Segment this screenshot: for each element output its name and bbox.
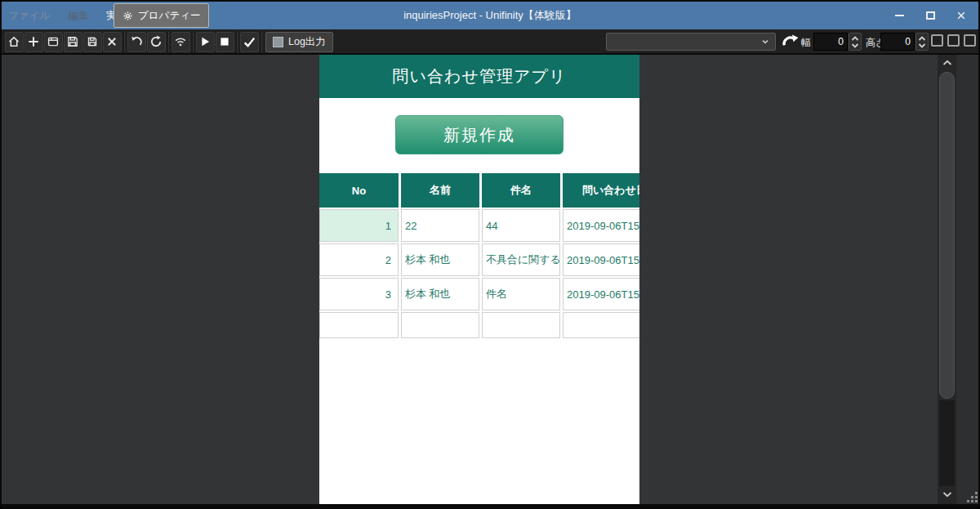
column-header-subject: 件名 bbox=[482, 173, 560, 208]
cell-name[interactable]: 杉本 和也 bbox=[401, 278, 479, 310]
wifi-icon bbox=[174, 35, 187, 48]
window-bottom-border bbox=[0, 504, 980, 509]
height-spinner[interactable] bbox=[915, 33, 929, 51]
plus-icon bbox=[27, 35, 40, 48]
undo-icon bbox=[130, 35, 143, 48]
width-input[interactable] bbox=[813, 33, 848, 51]
cell-subject[interactable] bbox=[482, 312, 560, 338]
menu-file[interactable]: ファイル bbox=[8, 9, 50, 23]
right-edge-strip bbox=[956, 55, 978, 504]
gear-icon bbox=[122, 11, 133, 21]
save-button[interactable] bbox=[64, 32, 82, 52]
table-row: 1 22 44 2019-09-06T15: bbox=[319, 209, 639, 242]
chevron-up-icon bbox=[918, 36, 926, 42]
close-project-button[interactable] bbox=[103, 32, 122, 52]
close-button[interactable] bbox=[952, 7, 970, 24]
window-controls bbox=[890, 2, 970, 29]
layout-buttons bbox=[931, 34, 976, 47]
table-row: 3 杉本 和也 件名 2019-09-06T15: bbox=[319, 278, 639, 310]
log-output-label: Log出力 bbox=[288, 35, 326, 49]
cell-no[interactable]: 2 bbox=[319, 243, 399, 276]
stop-icon bbox=[218, 35, 231, 48]
open-project-button[interactable] bbox=[44, 32, 63, 52]
scrollbar-thumb[interactable] bbox=[939, 72, 955, 399]
menu-edit[interactable]: 編集 bbox=[68, 9, 88, 23]
cell-date[interactable]: 2019-09-06T15: bbox=[563, 209, 639, 242]
width-spinner[interactable] bbox=[849, 33, 862, 51]
vertical-scrollbar[interactable] bbox=[938, 55, 956, 504]
chevron-up-icon bbox=[851, 36, 859, 42]
rotate-button[interactable] bbox=[782, 33, 800, 50]
inquiries-table: No 名前 件名 問い合わせ日付 1 22 44 2019-09-06T15: … bbox=[319, 173, 639, 338]
home-button[interactable] bbox=[5, 32, 24, 52]
scrollbar-track[interactable] bbox=[939, 400, 955, 486]
titlebar: ファイル 編集 実行 プロパティー inquiriesProject - Uni… bbox=[2, 2, 978, 29]
window-icon bbox=[47, 35, 60, 48]
chevron-down-icon bbox=[918, 42, 926, 48]
cell-name[interactable] bbox=[401, 312, 479, 338]
refresh-button[interactable] bbox=[147, 32, 166, 52]
column-header-no: No bbox=[319, 173, 399, 208]
undo-button[interactable] bbox=[127, 32, 146, 52]
cell-name[interactable]: 22 bbox=[401, 209, 479, 242]
maximize-icon bbox=[926, 11, 935, 20]
minimize-button[interactable] bbox=[890, 7, 908, 24]
app-header: 問い合わせ管理アプリ bbox=[319, 55, 639, 98]
cell-date[interactable]: 2019-09-06T15: bbox=[563, 278, 639, 310]
check-icon bbox=[243, 35, 256, 49]
layout-square-icon[interactable] bbox=[947, 34, 960, 47]
column-header-name: 名前 bbox=[401, 173, 479, 208]
wireless-button[interactable] bbox=[172, 32, 190, 52]
chevron-down-icon bbox=[851, 42, 859, 48]
design-canvas[interactable]: 問い合わせ管理アプリ 新規作成 No 名前 件名 問い合わせ日付 1 22 44… bbox=[2, 55, 938, 504]
toolbar: Log出力 幅 高さ bbox=[2, 29, 978, 54]
close-icon bbox=[956, 11, 966, 20]
chevron-down-icon bbox=[942, 491, 952, 498]
toolbar-separator bbox=[167, 32, 169, 52]
play-icon bbox=[198, 35, 212, 48]
height-input[interactable] bbox=[880, 33, 915, 51]
chevron-down-icon bbox=[760, 37, 770, 47]
cell-no[interactable]: 3 bbox=[319, 278, 399, 310]
cell-date[interactable] bbox=[563, 312, 639, 338]
log-output-checkbox[interactable] bbox=[273, 37, 283, 47]
save-icon bbox=[66, 35, 79, 48]
app-preview: 問い合わせ管理アプリ 新規作成 No 名前 件名 問い合わせ日付 1 22 44… bbox=[319, 55, 639, 504]
cell-date[interactable]: 2019-09-06T15: bbox=[563, 243, 639, 276]
column-header-date: 問い合わせ日付 bbox=[563, 173, 639, 208]
table-header-row: No 名前 件名 問い合わせ日付 bbox=[319, 173, 639, 208]
save-all-button[interactable] bbox=[83, 32, 102, 52]
cell-name[interactable]: 杉本 和也 bbox=[401, 243, 479, 276]
cell-no[interactable]: 1 bbox=[319, 209, 399, 242]
toolbar-separator bbox=[192, 32, 194, 52]
menubar: ファイル 編集 実行 bbox=[8, 2, 127, 29]
x-icon bbox=[106, 36, 118, 47]
app-title: 問い合わせ管理アプリ bbox=[393, 65, 567, 87]
cell-subject[interactable]: 44 bbox=[482, 209, 560, 242]
properties-button[interactable]: プロパティー bbox=[114, 3, 209, 28]
minimize-icon bbox=[895, 15, 904, 16]
cell-subject[interactable]: 不具合に関する bbox=[482, 243, 560, 276]
add-button[interactable] bbox=[24, 32, 43, 52]
device-combobox[interactable] bbox=[606, 33, 776, 51]
rotate-icon bbox=[782, 33, 800, 50]
log-output-toggle[interactable]: Log出力 bbox=[265, 32, 333, 52]
refresh-icon bbox=[149, 35, 163, 48]
maximize-button[interactable] bbox=[921, 7, 939, 24]
cell-subject[interactable]: 件名 bbox=[482, 278, 560, 310]
scroll-down-button[interactable] bbox=[938, 486, 956, 502]
home-icon bbox=[7, 35, 20, 48]
table-row bbox=[319, 312, 639, 338]
save-all-icon bbox=[87, 36, 98, 47]
toolbar-separator bbox=[123, 32, 125, 52]
scroll-up-button[interactable] bbox=[938, 55, 956, 71]
layout-square-icon[interactable] bbox=[964, 34, 976, 47]
stop-button[interactable] bbox=[216, 32, 234, 52]
new-record-button[interactable]: 新規作成 bbox=[395, 115, 564, 154]
run-button[interactable] bbox=[196, 32, 215, 52]
toolbar-separator bbox=[236, 32, 238, 52]
toolbar-separator bbox=[261, 32, 262, 52]
validate-button[interactable] bbox=[240, 32, 259, 52]
cell-no[interactable] bbox=[319, 312, 399, 338]
layout-square-icon[interactable] bbox=[931, 34, 943, 47]
